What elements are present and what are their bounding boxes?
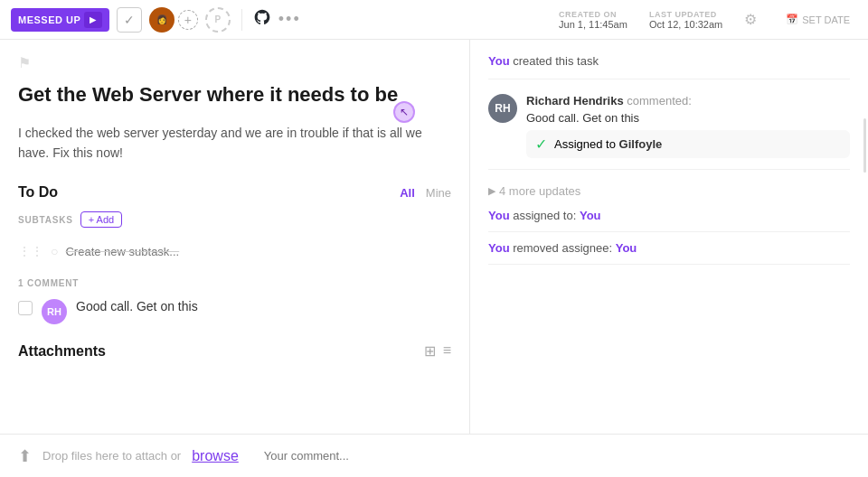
todo-title: To Do bbox=[18, 184, 58, 201]
updated-value: Oct 12, 10:32am bbox=[649, 19, 722, 30]
activity-line2-you: You bbox=[488, 241, 510, 255]
comment-checkbox[interactable] bbox=[18, 301, 33, 315]
activity-line1-you2: You bbox=[580, 209, 601, 222]
created-on: CREATED ON Jun 1, 11:45am bbox=[559, 10, 627, 30]
main-area: ↖ ⚑ Get the Web Server where it needs to… bbox=[0, 40, 868, 434]
todo-section: To Do All Mine SUBTASKS + Add ⋮⋮ ○ bbox=[18, 184, 451, 264]
subtasks-row: SUBTASKS + Add bbox=[18, 211, 451, 228]
set-date-label: SET DATE bbox=[802, 14, 850, 25]
subtask-add-icon: ○ bbox=[51, 244, 58, 258]
activity-comment-content: Richard Hendriks commented: Good call. G… bbox=[526, 94, 850, 158]
attachments-title: Attachments bbox=[18, 343, 106, 360]
activity-line-1: You assigned to: You bbox=[488, 209, 850, 232]
status-label: MESSED UP bbox=[18, 14, 80, 25]
assigned-check-icon: ✓ bbox=[535, 136, 547, 153]
more-updates-count: 4 more updates bbox=[499, 184, 580, 198]
activity-author-avatar: RH bbox=[488, 94, 517, 123]
flag-icon[interactable]: ⚑ bbox=[18, 54, 451, 71]
task-title: Get the Web Server where it needs to be bbox=[18, 82, 451, 108]
activity-comment: RH Richard Hendriks commented: Good call… bbox=[488, 94, 850, 170]
add-subtask-button[interactable]: + Add bbox=[80, 211, 122, 228]
bottom-bar: ⬆ Drop files here to attach or browse bbox=[0, 434, 868, 477]
cursor-indicator: ↖ bbox=[393, 101, 415, 123]
created-value: Jun 1, 11:45am bbox=[559, 19, 627, 30]
assigned-row: ✓ Assigned to Gilfoyle bbox=[526, 130, 850, 158]
comment-input-area bbox=[250, 449, 850, 463]
activity-line-2: You removed assignee: You bbox=[488, 241, 850, 265]
view-toggle: ⊞ ≡ bbox=[424, 342, 451, 360]
add-assignee-button[interactable]: + bbox=[178, 10, 198, 30]
toolbar: MESSED UP ▶ ✓ 👩 + P ••• CREATED ON Jun 1… bbox=[0, 0, 868, 40]
assigned-name: Gilfoyle bbox=[619, 137, 663, 151]
more-updates-button[interactable]: ▶ 4 more updates bbox=[488, 184, 850, 198]
comment-count: 1 COMMENT bbox=[18, 278, 451, 288]
comment-text: Good call. Get on this bbox=[76, 299, 198, 313]
meta-section: CREATED ON Jun 1, 11:45am LAST UPDATED O… bbox=[559, 10, 857, 30]
scrollbar[interactable] bbox=[863, 118, 866, 173]
list-view-icon[interactable]: ≡ bbox=[443, 342, 451, 360]
left-panel: ↖ ⚑ Get the Web Server where it needs to… bbox=[0, 40, 470, 434]
grid-view-icon[interactable]: ⊞ bbox=[424, 342, 436, 360]
github-icon[interactable] bbox=[253, 8, 271, 31]
subtask-input[interactable] bbox=[65, 245, 451, 258]
activity-created: You created this task bbox=[488, 54, 850, 80]
activity-created-text: created this task bbox=[513, 54, 599, 68]
comment-row: RH Good call. Get on this bbox=[18, 299, 451, 324]
subtasks-label: SUBTASKS bbox=[18, 215, 73, 225]
task-description: I checked the web server yesterday and w… bbox=[18, 123, 451, 164]
check-icon: ✓ bbox=[124, 13, 135, 27]
updated-label: LAST UPDATED bbox=[649, 10, 722, 19]
todo-filter: All Mine bbox=[400, 186, 451, 200]
chevron-right-icon: ▶ bbox=[488, 185, 495, 197]
filter-all-button[interactable]: All bbox=[400, 186, 415, 200]
more-options-button[interactable]: ••• bbox=[278, 10, 301, 29]
settings-icon[interactable]: ⚙ bbox=[744, 11, 757, 28]
last-updated: LAST UPDATED Oct 12, 10:32am bbox=[649, 10, 722, 30]
arrow-icon: ▶ bbox=[90, 15, 97, 24]
commenter-avatar: RH bbox=[42, 299, 67, 324]
right-panel: You created this task RH Richard Hendrik… bbox=[470, 40, 868, 434]
status-arrow[interactable]: ▶ bbox=[84, 12, 102, 28]
calendar-icon: 📅 bbox=[786, 14, 798, 25]
activity-line2-you2: You bbox=[616, 241, 637, 255]
todo-header: To Do All Mine bbox=[18, 184, 451, 201]
attachments-header: Attachments ⊞ ≡ bbox=[18, 342, 451, 360]
set-date-button[interactable]: 📅 SET DATE bbox=[778, 10, 857, 29]
browse-link[interactable]: browse bbox=[192, 448, 239, 464]
created-label: CREATED ON bbox=[559, 10, 627, 19]
assignee-avatar-1[interactable]: 👩 bbox=[149, 7, 175, 33]
subtask-drag-icon: ⋮⋮ bbox=[18, 244, 43, 258]
complete-button[interactable]: ✓ bbox=[117, 7, 142, 33]
activity-line1-you: You bbox=[488, 209, 510, 222]
upload-icon: ⬆ bbox=[18, 446, 32, 466]
assigned-text: Assigned to Gilfoyle bbox=[554, 137, 662, 151]
activity-you-label: You bbox=[488, 54, 510, 68]
activity-comment-msg: Good call. Get on this bbox=[526, 111, 850, 125]
separator-1 bbox=[241, 9, 242, 31]
drop-text: Drop files here to attach or bbox=[42, 449, 181, 463]
pending-avatar: P bbox=[205, 7, 231, 33]
status-badge[interactable]: MESSED UP ▶ bbox=[11, 8, 109, 32]
assignees-group: 👩 + bbox=[149, 7, 198, 33]
activity-author-action: commented: bbox=[627, 94, 692, 108]
subtask-input-row: ⋮⋮ ○ bbox=[18, 238, 451, 264]
filter-mine-button[interactable]: Mine bbox=[426, 186, 451, 200]
attachments-section: Attachments ⊞ ≡ bbox=[18, 342, 451, 360]
activity-author-line: Richard Hendriks commented: bbox=[526, 94, 850, 108]
activity-author-name: Richard Hendriks bbox=[526, 94, 624, 108]
comment-section: 1 COMMENT RH Good call. Get on this bbox=[18, 278, 451, 324]
comment-input[interactable] bbox=[264, 449, 835, 463]
